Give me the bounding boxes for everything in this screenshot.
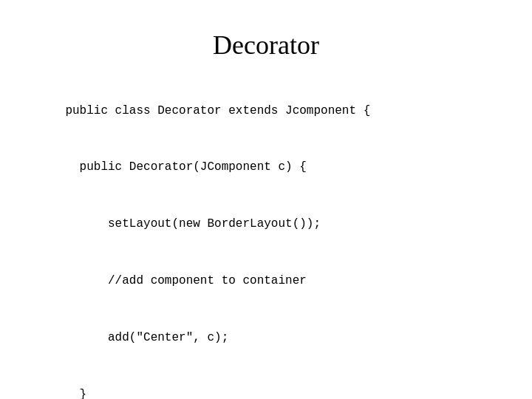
page: Decorator public class Decorator extends… [0,0,532,399]
code-line-3: setLayout(new BorderLayout()); [65,217,321,231]
code-line-5: add("Center", c); [65,331,228,344]
code-block: public class Decorator extends Jcomponen… [37,83,370,399]
code-line-4: //add component to container [65,274,306,287]
code-line-1: public class Decorator extends Jcomponen… [65,104,370,117]
page-title: Decorator [213,30,319,61]
code-line-6: } [65,388,86,400]
code-line-2: public Decorator(JComponent c) { [65,160,306,174]
